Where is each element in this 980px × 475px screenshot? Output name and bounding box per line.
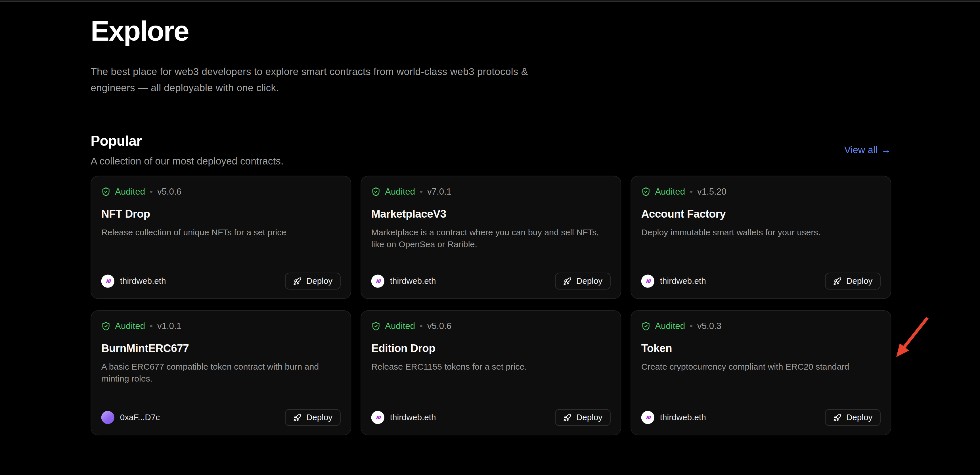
thirdweb-logo-icon — [644, 277, 652, 285]
version-label: v5.0.6 — [427, 321, 452, 331]
card-footer: 0xaF...D7c Deploy — [101, 410, 340, 426]
contract-description: A basic ERC677 compatible token contract… — [101, 362, 340, 385]
publisher-name: thirdweb.eth — [660, 413, 706, 422]
audited-badge: Audited — [371, 321, 415, 331]
rocket-icon — [294, 414, 302, 422]
rocket-icon — [834, 277, 842, 286]
thirdweb-logo-icon — [644, 414, 652, 422]
version-label: v1.0.1 — [157, 321, 181, 331]
shield-check-icon — [641, 187, 651, 196]
publisher-name: thirdweb.eth — [390, 413, 436, 422]
main-content: Explore The best place for web3 develope… — [0, 15, 980, 435]
deploy-button[interactable]: Deploy — [555, 410, 611, 426]
arrow-right-icon: → — [881, 145, 891, 155]
thirdweb-logo-avatar — [101, 275, 115, 288]
thirdweb-logo-avatar — [641, 411, 654, 424]
page-subtitle: The best place for web3 developers to ex… — [91, 64, 531, 96]
contract-description: Release ERC1155 tokens for a set price. — [371, 362, 611, 373]
contract-card-account-factory[interactable]: Audited v1.5.20 Account Factory Deploy i… — [630, 176, 891, 300]
audited-label: Audited — [655, 186, 685, 197]
badge-row: Audited v1.0.1 — [101, 321, 340, 331]
contract-card-burnminterc677[interactable]: Audited v1.0.1 BurnMintERC677 A basic ER… — [91, 311, 351, 435]
contract-description: Create cryptocurrency compliant with ERC… — [641, 362, 881, 373]
publisher-link[interactable]: thirdweb.eth — [371, 275, 436, 288]
shield-check-icon — [371, 321, 381, 331]
deploy-button[interactable]: Deploy — [285, 273, 340, 290]
deploy-label: Deploy — [846, 277, 873, 286]
card-footer: thirdweb.eth Deploy — [371, 410, 611, 426]
badge-row: Audited v7.0.1 — [371, 186, 611, 197]
contract-title: NFT Drop — [101, 208, 340, 221]
audited-badge: Audited — [641, 321, 685, 331]
contract-card-nft-drop[interactable]: Audited v5.0.6 NFT Drop Release collecti… — [91, 176, 351, 300]
version-label: v5.0.3 — [697, 321, 721, 331]
thirdweb-logo-avatar — [641, 275, 654, 288]
shield-check-icon — [101, 321, 111, 331]
contract-description: Marketplace is a contract where you can … — [371, 227, 611, 250]
contract-title: Account Factory — [641, 208, 881, 221]
dot-separator — [150, 191, 153, 193]
publisher-name: thirdweb.eth — [660, 277, 706, 286]
contract-card-token[interactable]: Audited v5.0.3 Token Create cryptocurren… — [630, 311, 891, 435]
deploy-label: Deploy — [576, 277, 603, 286]
rocket-icon — [563, 277, 572, 286]
contract-title: Edition Drop — [371, 342, 611, 355]
popular-section-header: Popular A collection of our most deploye… — [91, 134, 891, 167]
audited-badge: Audited — [101, 186, 145, 197]
contract-title: Token — [641, 342, 881, 355]
contracts-grid: Audited v5.0.6 NFT Drop Release collecti… — [91, 176, 891, 436]
dot-separator — [150, 325, 153, 327]
audited-label: Audited — [385, 186, 415, 197]
thirdweb-logo-avatar — [371, 411, 384, 424]
publisher-link[interactable]: thirdweb.eth — [641, 411, 706, 424]
deploy-label: Deploy — [576, 413, 603, 422]
publisher-link[interactable]: thirdweb.eth — [101, 275, 166, 288]
dot-separator — [420, 325, 422, 327]
audited-label: Audited — [115, 186, 145, 197]
thirdweb-logo-icon — [374, 277, 382, 285]
rocket-icon — [563, 414, 572, 422]
contract-description: Deploy immutable smart wallets for your … — [641, 227, 881, 239]
deploy-button[interactable]: Deploy — [555, 273, 611, 290]
publisher-link[interactable]: 0xaF...D7c — [101, 411, 160, 424]
popular-header-text: Popular A collection of our most deploye… — [91, 134, 283, 167]
window-top-border — [0, 0, 980, 2]
card-footer: thirdweb.eth Deploy — [641, 410, 881, 426]
publisher-link[interactable]: thirdweb.eth — [641, 275, 706, 288]
deploy-label: Deploy — [306, 413, 333, 422]
deploy-label: Deploy — [306, 277, 333, 286]
contract-title: BurnMintERC677 — [101, 342, 340, 355]
deploy-button[interactable]: Deploy — [285, 410, 340, 426]
view-all-label: View all — [844, 145, 878, 156]
audited-label: Audited — [115, 321, 145, 331]
audited-badge: Audited — [371, 186, 415, 197]
explore-page: Explore The best place for web3 develope… — [0, 0, 980, 475]
publisher-link[interactable]: thirdweb.eth — [371, 411, 436, 424]
audited-badge: Audited — [101, 321, 145, 331]
publisher-name: thirdweb.eth — [120, 277, 166, 286]
shield-check-icon — [101, 187, 111, 196]
view-all-link[interactable]: View all → — [844, 145, 891, 156]
thirdweb-logo-icon — [374, 414, 382, 422]
contract-card-marketplacev3[interactable]: Audited v7.0.1 MarketplaceV3 Marketplace… — [361, 176, 621, 300]
audited-label: Audited — [655, 321, 685, 331]
rocket-icon — [294, 277, 302, 286]
card-footer: thirdweb.eth Deploy — [101, 273, 340, 290]
publisher-name: thirdweb.eth — [390, 277, 436, 286]
popular-description: A collection of our most deployed contra… — [91, 156, 283, 167]
contract-card-edition-drop[interactable]: Audited v5.0.6 Edition Drop Release ERC1… — [361, 311, 621, 435]
version-label: v5.0.6 — [157, 186, 181, 197]
deploy-button[interactable]: Deploy — [825, 273, 881, 290]
shield-check-icon — [641, 321, 651, 331]
contract-title: MarketplaceV3 — [371, 208, 611, 221]
publisher-name: 0xaF...D7c — [120, 413, 160, 422]
deploy-button[interactable]: Deploy — [825, 410, 881, 426]
page-title: Explore — [91, 15, 891, 47]
card-footer: thirdweb.eth Deploy — [371, 273, 611, 290]
popular-heading: Popular — [91, 134, 283, 150]
dot-separator — [690, 325, 692, 327]
deploy-label: Deploy — [846, 413, 873, 422]
version-label: v1.5.20 — [697, 186, 726, 197]
card-footer: thirdweb.eth Deploy — [641, 273, 881, 290]
badge-row: Audited v5.0.3 — [641, 321, 881, 331]
